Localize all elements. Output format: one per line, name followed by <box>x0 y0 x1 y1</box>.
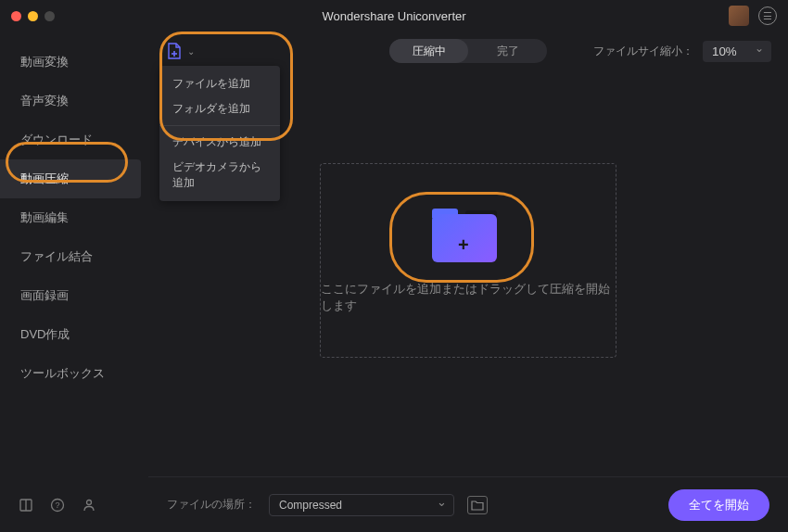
status-tabs: 圧縮中 完了 <box>389 39 547 63</box>
start-all-button[interactable]: 全てを開始 <box>668 489 769 521</box>
sidebar-item-video-edit[interactable]: 動画編集 <box>0 198 148 237</box>
feedback-icon[interactable]: ☰ <box>758 6 777 25</box>
output-location-label: ファイルの場所： <box>167 497 256 513</box>
add-file-button[interactable]: ⌄ <box>165 42 195 60</box>
plus-icon: + <box>458 234 469 256</box>
book-icon[interactable] <box>19 498 33 515</box>
close-window[interactable] <box>11 11 21 21</box>
app-title: Wondershare Uniconverter <box>0 9 788 23</box>
tab-done[interactable]: 完了 <box>468 39 547 63</box>
chevron-down-icon: ⌄ <box>187 46 195 57</box>
sidebar-item-dvd[interactable]: DVD作成 <box>0 315 148 354</box>
drop-zone-text: ここにファイルを追加またはドラッグして圧縮を開始します <box>321 281 616 314</box>
output-location-select[interactable]: Compressed <box>269 494 454 516</box>
minimize-window[interactable] <box>28 11 38 21</box>
drop-zone[interactable]: + ここにファイルを追加またはドラッグして圧縮を開始します <box>320 163 616 358</box>
sidebar-item-file-merge[interactable]: ファイル結合 <box>0 237 148 276</box>
sidebar: 動画変換 音声変換 ダウンロード 動画圧縮 動画編集 ファイル結合 画面録画 D… <box>0 32 148 532</box>
tab-compressing[interactable]: 圧縮中 <box>389 39 468 63</box>
user-avatar[interactable] <box>729 6 749 26</box>
sidebar-item-download[interactable]: ダウンロード <box>0 120 148 159</box>
help-icon[interactable]: ? <box>50 498 65 515</box>
svg-point-4 <box>87 500 92 505</box>
open-folder-button[interactable] <box>467 496 488 514</box>
sidebar-item-audio-convert[interactable]: 音声変換 <box>0 82 148 120</box>
menu-add-file[interactable]: ファイルを追加 <box>159 71 280 96</box>
add-folder-icon[interactable]: + <box>432 207 504 262</box>
window-controls[interactable] <box>11 11 55 21</box>
size-reduce-label: ファイルサイ縮小： <box>593 44 693 59</box>
maximize-window[interactable] <box>44 11 55 21</box>
menu-add-device[interactable]: デバイスから追加 <box>159 130 280 155</box>
size-reduce-select[interactable]: 10% <box>703 41 771 62</box>
account-icon[interactable] <box>82 498 96 515</box>
sidebar-item-toolbox[interactable]: ツールボックス <box>0 354 148 393</box>
add-file-menu: ファイルを追加 フォルダを追加 デバイスから追加 ビデオカメラから追加 <box>159 66 280 201</box>
sidebar-item-screen-record[interactable]: 画面録画 <box>0 276 148 315</box>
sidebar-item-video-compress[interactable]: 動画圧縮 <box>0 159 141 198</box>
sidebar-item-video-convert[interactable]: 動画変換 <box>0 43 148 82</box>
svg-text:?: ? <box>55 500 59 510</box>
menu-add-camera[interactable]: ビデオカメラから追加 <box>159 155 280 196</box>
menu-add-folder[interactable]: フォルダを追加 <box>159 96 280 121</box>
